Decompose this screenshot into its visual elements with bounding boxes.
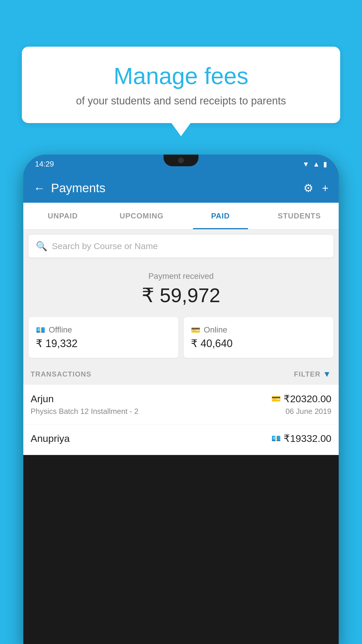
table-row[interactable]: Arjun 💳 ₹20320.00 Physics Batch 12 Insta… xyxy=(23,385,339,424)
transaction-top: Anupriya 💶 ₹19332.00 xyxy=(31,433,331,444)
status-time: 14:29 xyxy=(35,160,54,169)
search-input[interactable]: Search by Course or Name xyxy=(52,241,158,251)
online-card-header: 💳 Online xyxy=(191,325,326,335)
tab-paid[interactable]: PAID xyxy=(181,203,260,229)
header-icons: ⚙ + xyxy=(303,182,328,195)
payment-summary: Payment received ₹ 59,972 xyxy=(23,263,339,313)
status-bar: 14:29 ▼ ▲ ▮ xyxy=(23,155,339,174)
offline-label: Offline xyxy=(49,325,72,335)
offline-amount: ₹ 19,332 xyxy=(36,337,171,350)
transactions-label: TRANSACTIONS xyxy=(31,370,92,378)
filter-button[interactable]: FILTER ▼ xyxy=(294,370,331,379)
cash-payment-icon: 💶 xyxy=(271,434,281,443)
card-icon: 💳 xyxy=(191,326,200,335)
bubble-title: Manage fees xyxy=(39,63,323,90)
offline-payment-card: 💶 Offline ₹ 19,332 xyxy=(29,317,178,358)
transaction-amount-wrap: 💳 ₹20320.00 xyxy=(271,393,331,405)
notch xyxy=(164,155,198,166)
app-header: ← Payments ⚙ + xyxy=(23,174,339,203)
page-title: Payments xyxy=(51,181,298,195)
battery-icon: ▮ xyxy=(323,160,327,168)
filter-icon: ▼ xyxy=(323,370,331,379)
transaction-name: Anupriya xyxy=(31,433,70,444)
screen-content: 🔍 Search by Course or Name Payment recei… xyxy=(23,230,339,455)
transaction-bottom: Physics Batch 12 Installment - 2 06 June… xyxy=(31,407,331,416)
transaction-top: Arjun 💳 ₹20320.00 xyxy=(31,393,331,405)
transactions-header: TRANSACTIONS FILTER ▼ xyxy=(23,364,339,385)
payment-amount: ₹ 59,972 xyxy=(23,284,339,307)
search-icon: 🔍 xyxy=(36,241,48,252)
notch-camera xyxy=(178,158,184,163)
payment-received-label: Payment received xyxy=(23,272,339,281)
transaction-amount: ₹20320.00 xyxy=(284,393,331,405)
cash-icon: 💶 xyxy=(36,326,45,335)
tab-unpaid[interactable]: UNPAID xyxy=(23,203,102,229)
speech-bubble: Manage fees of your students and send re… xyxy=(22,47,340,123)
signal-icon: ▲ xyxy=(313,160,320,168)
phone-frame: 14:29 ▼ ▲ ▮ ← Payments ⚙ + UNPAID UPCOMI… xyxy=(23,155,339,644)
table-row[interactable]: Anupriya 💶 ₹19332.00 xyxy=(23,424,339,455)
settings-icon[interactable]: ⚙ xyxy=(303,182,313,195)
tabs-container: UNPAID UPCOMING PAID STUDENTS xyxy=(23,203,339,230)
speech-bubble-container: Manage fees of your students and send re… xyxy=(22,47,340,123)
bubble-subtitle: of your students and send receipts to pa… xyxy=(39,95,323,107)
transaction-course: Physics Batch 12 Installment - 2 xyxy=(31,407,138,416)
transaction-amount-wrap: 💶 ₹19332.00 xyxy=(271,433,331,444)
add-icon[interactable]: + xyxy=(322,182,328,195)
offline-card-header: 💶 Offline xyxy=(36,325,171,335)
transaction-date: 06 June 2019 xyxy=(285,407,331,416)
wifi-icon: ▼ xyxy=(302,160,309,168)
transaction-amount: ₹19332.00 xyxy=(284,433,331,444)
card-payment-icon: 💳 xyxy=(271,394,281,403)
status-icons: ▼ ▲ ▮ xyxy=(302,160,327,168)
filter-label: FILTER xyxy=(294,370,321,378)
online-payment-card: 💳 Online ₹ 40,640 xyxy=(184,317,333,358)
tab-upcoming[interactable]: UPCOMING xyxy=(102,203,181,229)
back-button[interactable]: ← xyxy=(34,182,45,195)
payment-cards: 💶 Offline ₹ 19,332 💳 Online ₹ 40,640 xyxy=(23,313,339,364)
search-bar[interactable]: 🔍 Search by Course or Name xyxy=(29,235,333,258)
online-amount: ₹ 40,640 xyxy=(191,337,326,350)
online-label: Online xyxy=(204,325,227,335)
transaction-name: Arjun xyxy=(31,393,54,405)
tab-students[interactable]: STUDENTS xyxy=(260,203,339,229)
